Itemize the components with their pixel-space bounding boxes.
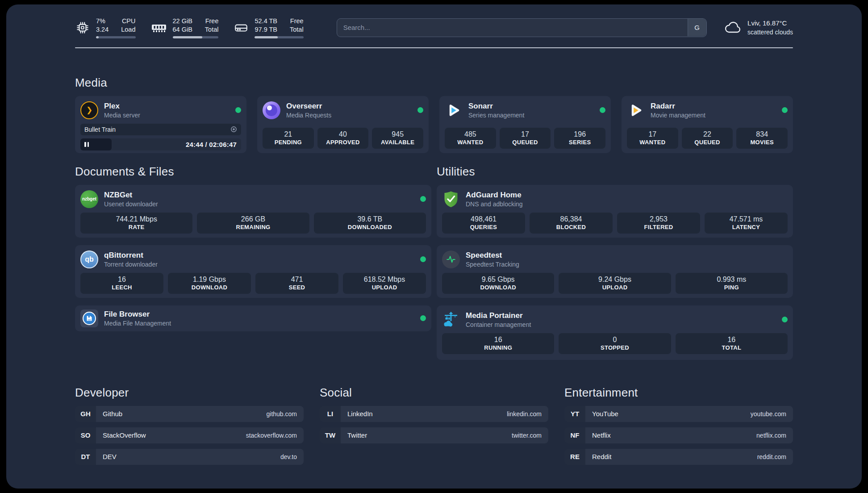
stat-label: WANTED	[639, 139, 665, 146]
ram-progress-bar	[173, 36, 219, 38]
stat-box: 22QUEUED	[682, 128, 733, 149]
stat-box: 40APPROVED	[317, 128, 369, 149]
stat-value: 9.65 Gbps	[482, 275, 515, 284]
stat-label: APPROVED	[326, 139, 359, 146]
status-dot	[782, 107, 788, 113]
stat-value: 17	[521, 130, 529, 139]
stat-label: BLOCKED	[556, 224, 586, 231]
stat-label: LEECH	[112, 284, 132, 291]
status-dot	[235, 107, 241, 113]
sonarr-logo	[445, 101, 463, 119]
search-engine-button[interactable]: G	[688, 19, 706, 36]
cpu-progress-bar	[96, 36, 136, 38]
cpu-load-label: Load	[121, 25, 135, 34]
link-abbr: SO	[75, 427, 96, 443]
cpu-usage-value: 7%	[96, 17, 108, 25]
stat-label: QUEUED	[694, 139, 720, 146]
stat-value: 744.21 Mbps	[116, 215, 157, 224]
stat-box: 834MOVIES	[736, 128, 788, 149]
stat-label: STOPPED	[601, 344, 629, 351]
weather-location-temp: Lviv, 16.87°C	[747, 19, 793, 28]
stat-value: 2,953	[650, 215, 668, 224]
app-card-nzbget[interactable]: nzbget NZBGet Usenet downloader 744.21 M…	[75, 185, 431, 238]
app-card-plex[interactable]: ❯ Plex Media server Bullet Train	[75, 96, 246, 153]
app-card-sonarr[interactable]: Sonarr Series management 485WANTED 17QUE…	[439, 96, 611, 153]
playback-time: 24:44 / 02:06:47	[186, 138, 237, 150]
stat-box: 47.571 msLATENCY	[705, 213, 788, 234]
app-card-speedtest[interactable]: Speedtest Speedtest Tracking 9.65 GbpsDO…	[437, 245, 793, 298]
app-description: Torrent downloader	[104, 260, 158, 268]
stat-box: 86,384BLOCKED	[530, 213, 613, 234]
status-dot	[420, 315, 426, 321]
app-name: NZBGet	[104, 190, 158, 200]
ram-total-label: Total	[205, 25, 219, 34]
stat-label: REMAINING	[236, 224, 270, 231]
link-row-reddit[interactable]: RE Redditreddit.com	[564, 449, 793, 465]
link-name: DEV	[103, 453, 117, 460]
stat-value: 471	[291, 275, 303, 284]
stat-label: DOWNLOAD	[192, 284, 227, 291]
app-card-radarr[interactable]: Radarr Movie management 17WANTED 22QUEUE…	[622, 96, 793, 153]
stat-value: 498,461	[471, 215, 497, 224]
stat-value: 834	[756, 130, 768, 139]
search-input[interactable]	[337, 18, 707, 37]
weather-widget: Lviv, 16.87°C scattered clouds	[724, 19, 793, 36]
link-row-linkedin[interactable]: LI LinkedInlinkedin.com	[320, 406, 548, 422]
link-row-github[interactable]: GH Githubgithub.com	[75, 406, 304, 422]
media-grid: ❯ Plex Media server Bullet Train	[75, 96, 793, 153]
stat-value: 22	[703, 130, 711, 139]
link-name: Netflix	[592, 431, 611, 439]
stat-value: 0.993 ms	[717, 275, 746, 284]
stat-value: 1.19 Gbps	[193, 275, 226, 284]
status-dot	[782, 317, 788, 322]
qbittorrent-logo: qb	[80, 251, 98, 268]
link-abbr: RE	[564, 449, 585, 465]
stat-box: 618.52 MbpsUPLOAD	[343, 273, 426, 294]
stat-box: 945AVAILABLE	[372, 128, 423, 149]
links-section-social: Social LI LinkedInlinkedin.com TW Twitte…	[320, 386, 548, 465]
disk-total-value: 97.9 TB	[255, 25, 277, 34]
cpu-monitor: 7% 3.24 CPU Load	[75, 17, 136, 38]
disk-total-label: Total	[290, 25, 304, 34]
link-row-stackoverflow[interactable]: SO StackOverflowstackoverflow.com	[75, 427, 304, 443]
link-row-dev[interactable]: DT DEVdev.to	[75, 449, 304, 465]
app-card-qbittorrent[interactable]: qb qBittorrent Torrent downloader 16LEEC…	[75, 245, 431, 298]
stat-value: 16	[494, 335, 502, 344]
gear-icon[interactable]	[230, 126, 237, 133]
stat-label: SEED	[289, 284, 305, 291]
app-card-adguard[interactable]: AdGuard Home DNS and adblocking 498,461Q…	[437, 185, 793, 238]
app-card-overseerr[interactable]: Overseerr Media Requests 21PENDING 40APP…	[257, 96, 429, 153]
app-card-portainer[interactable]: Media Portainer Container management 16R…	[437, 305, 793, 360]
plex-logo: ❯	[80, 101, 98, 119]
topbar-divider	[75, 47, 793, 48]
link-name: Github	[103, 410, 122, 418]
link-url: youtube.com	[751, 410, 786, 418]
link-row-twitter[interactable]: TW Twittertwitter.com	[320, 427, 548, 443]
top-bar: 7% 3.24 CPU Load	[75, 17, 793, 38]
stat-box: 16RUNNING	[442, 333, 554, 354]
stat-box: 744.21 MbpsRATE	[80, 213, 192, 234]
status-dot	[600, 107, 605, 113]
pause-icon	[84, 142, 89, 147]
stat-box: 16LEECH	[80, 273, 163, 294]
section-title-developer: Developer	[75, 386, 304, 400]
stat-box: 17WANTED	[627, 128, 678, 149]
link-row-youtube[interactable]: YT YouTubeyoutube.com	[564, 406, 793, 422]
cpu-label: CPU	[121, 17, 135, 25]
link-url: github.com	[267, 410, 297, 418]
stat-value: 0	[613, 335, 617, 344]
stat-box: 2,953FILTERED	[617, 213, 700, 234]
status-dot	[420, 256, 426, 262]
app-card-filebrowser[interactable]: File Browser Media File Management	[75, 305, 431, 331]
cpu-load-value: 3.24	[96, 25, 108, 34]
stat-label: DOWNLOADED	[348, 224, 392, 231]
stat-box: 485WANTED	[445, 128, 496, 149]
stat-label: TOTAL	[722, 344, 742, 351]
link-row-netflix[interactable]: NF Netflixnetflix.com	[564, 427, 793, 443]
stat-value: 39.6 TB	[357, 215, 382, 224]
adguard-logo	[442, 190, 460, 208]
app-description: Media File Management	[104, 319, 171, 327]
radarr-logo	[627, 101, 645, 119]
nzbget-logo: nzbget	[80, 190, 98, 208]
app-name: File Browser	[104, 309, 171, 319]
